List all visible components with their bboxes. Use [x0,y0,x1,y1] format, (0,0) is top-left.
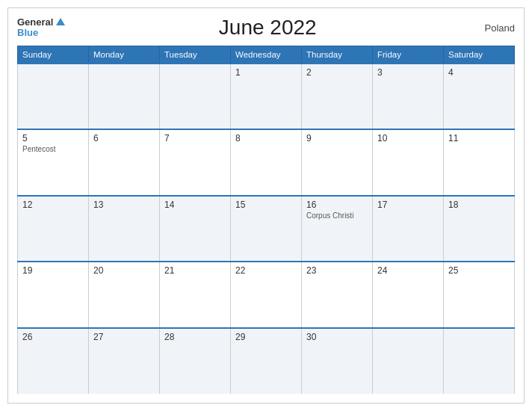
table-row: 25 [444,262,515,327]
header-sunday: Sunday [18,46,89,64]
table-row [160,64,231,129]
table-row: 19 [18,262,89,327]
day-number: 13 [93,200,155,210]
table-row: 13 [89,196,160,262]
header-saturday: Saturday [444,46,515,64]
day-number: 3 [377,67,439,78]
day-number: 21 [164,265,226,276]
table-row: 22 [231,262,302,327]
calendar-week-4: 2627282930 [18,328,515,394]
calendar-week-2: 1213141516Corpus Christi1718 [18,196,515,262]
day-number: 10 [377,133,439,143]
logo-triangle-icon [56,18,65,25]
day-number: 6 [93,133,155,143]
day-number: 20 [93,265,155,276]
header-tuesday: Tuesday [160,46,231,64]
header-wednesday: Wednesday [231,46,302,64]
day-number: 17 [377,200,439,210]
day-number: 18 [448,200,510,210]
table-row: 27 [89,328,160,394]
day-number: 29 [235,332,297,342]
day-number: 22 [235,265,297,276]
calendar-week-3: 19202122232425 [18,262,515,327]
table-row: 30 [302,328,373,394]
logo-blue-text: Blue [17,28,38,38]
day-number: 23 [306,265,368,276]
calendar-header: General Blue June 2022 Poland [17,16,515,40]
calendar-week-1: 5Pentecost67891011 [18,129,515,195]
day-number: 25 [448,265,510,276]
table-row: 7 [160,129,231,195]
header-thursday: Thursday [302,46,373,64]
header-monday: Monday [89,46,160,64]
day-number: 24 [377,265,439,276]
day-number: 2 [306,67,368,78]
day-number: 9 [306,133,368,143]
table-row: 24 [373,262,444,327]
day-event: Pentecost [22,145,84,153]
logo: General Blue [17,17,65,39]
day-number: 1 [235,67,297,78]
day-number: 16 [306,200,368,210]
day-number: 12 [22,200,84,210]
calendar-week-0: 1234 [18,64,515,129]
table-row: 3 [373,64,444,129]
day-number: 15 [235,200,297,210]
calendar-wrapper: General Blue June 2022 Poland Sunday Mon… [7,7,525,404]
table-row: 2 [302,64,373,129]
table-row: 17 [373,196,444,262]
table-row: 4 [444,64,515,129]
table-row: 11 [444,129,515,195]
day-number: 28 [164,332,226,342]
month-title: June 2022 [65,16,470,40]
table-row: 23 [302,262,373,327]
empty-cell [18,64,89,129]
day-event: Corpus Christi [306,211,368,220]
day-number: 11 [448,133,510,143]
calendar-table: Sunday Monday Tuesday Wednesday Thursday… [17,46,515,394]
table-row [89,64,160,129]
table-row: 29 [231,328,302,394]
table-row: 8 [231,129,302,195]
logo-general-text: General [17,17,53,28]
table-row: 18 [444,196,515,262]
table-row [444,328,515,394]
table-row: 1 [231,64,302,129]
table-row: 9 [302,129,373,195]
table-row: 21 [160,262,231,327]
table-row: 28 [160,328,231,394]
table-row: 5Pentecost [18,129,89,195]
table-row [373,328,444,394]
table-row: 12 [18,196,89,262]
table-row: 6 [89,129,160,195]
day-number: 8 [235,133,297,143]
day-number: 5 [22,133,84,143]
header-friday: Friday [373,46,444,64]
table-row: 16Corpus Christi [302,196,373,262]
table-row: 20 [89,262,160,327]
calendar-body: 12345Pentecost678910111213141516Corpus C… [18,64,515,394]
day-number: 30 [306,332,368,342]
day-number: 26 [22,332,84,342]
day-number: 14 [164,200,226,210]
table-row: 10 [373,129,444,195]
country-label: Poland [470,22,515,34]
day-number: 27 [93,332,155,342]
table-row: 14 [160,196,231,262]
day-header-row: Sunday Monday Tuesday Wednesday Thursday… [18,46,515,64]
day-number: 4 [448,67,510,78]
day-number: 7 [164,133,226,143]
day-number: 19 [22,265,84,276]
table-row: 15 [231,196,302,262]
table-row: 26 [18,328,89,394]
